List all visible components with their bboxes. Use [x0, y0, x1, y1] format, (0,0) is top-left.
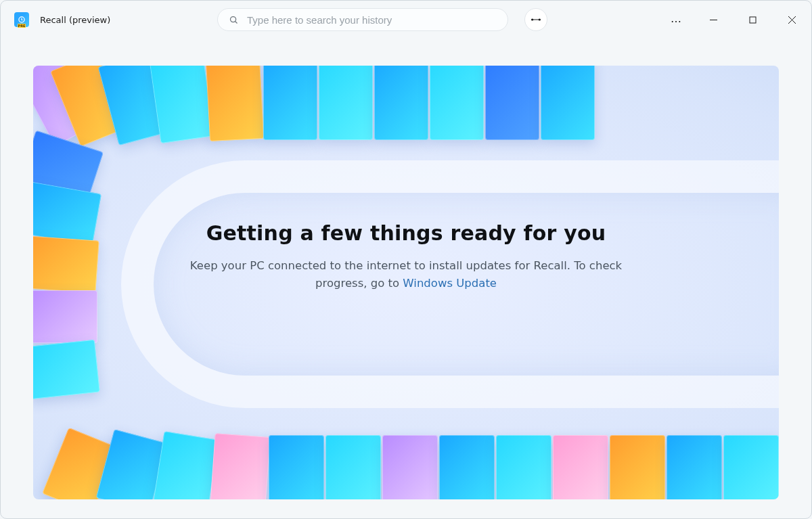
more-button[interactable]: ⋯ — [658, 9, 690, 30]
timeline-button[interactable] — [524, 8, 547, 31]
decorative-panel — [210, 433, 270, 499]
decorative-panel — [33, 340, 100, 400]
minimize-button[interactable] — [698, 9, 729, 30]
close-icon — [788, 16, 796, 24]
decorative-panel — [206, 66, 264, 141]
decorative-panel — [269, 435, 324, 499]
more-icon: ⋯ — [671, 16, 678, 24]
minimize-icon — [710, 16, 717, 24]
decorative-panel — [667, 435, 722, 499]
hero-card: Getting a few things ready for you Keep … — [33, 66, 779, 499]
setup-body: Keep your PC connected to the internet t… — [176, 257, 636, 292]
decorative-panel — [325, 435, 381, 499]
decorative-panel — [485, 66, 539, 140]
search-input[interactable] — [247, 14, 497, 26]
decorative-panel — [723, 435, 779, 499]
decorative-panel — [610, 435, 665, 499]
app-title: Recall (preview) — [40, 15, 110, 25]
decorative-panel — [439, 435, 495, 499]
search-icon — [229, 15, 239, 25]
decorative-panel — [553, 435, 608, 499]
svg-line-2 — [235, 21, 238, 23]
decorative-panel — [319, 66, 373, 140]
decorative-panel — [430, 66, 484, 140]
content-area: Getting a few things ready for you Keep … — [1, 39, 811, 518]
windows-update-link[interactable]: Windows Update — [403, 277, 497, 290]
setup-heading: Getting a few things ready for you — [176, 221, 636, 245]
titlebar: Recall (preview) ⋯ — [1, 1, 811, 39]
decorative-panel — [496, 435, 551, 499]
close-button[interactable] — [776, 9, 807, 30]
setup-message: Getting a few things ready for you Keep … — [176, 221, 636, 292]
maximize-button[interactable] — [737, 9, 768, 30]
decorative-panel — [33, 290, 97, 343]
decorative-panel — [153, 431, 219, 499]
decorative-panel — [263, 66, 317, 140]
maximize-icon — [749, 16, 757, 24]
timeline-icon — [531, 16, 541, 24]
decorative-panel — [150, 66, 215, 143]
decorative-panel — [33, 235, 99, 293]
svg-rect-7 — [750, 17, 756, 23]
svg-point-1 — [231, 16, 236, 22]
recall-app-icon — [14, 12, 29, 27]
search-field[interactable] — [217, 8, 508, 31]
svg-point-5 — [539, 19, 540, 20]
decorative-panel — [382, 435, 438, 499]
decorative-panel — [374, 66, 428, 140]
decorative-panel — [541, 66, 595, 140]
